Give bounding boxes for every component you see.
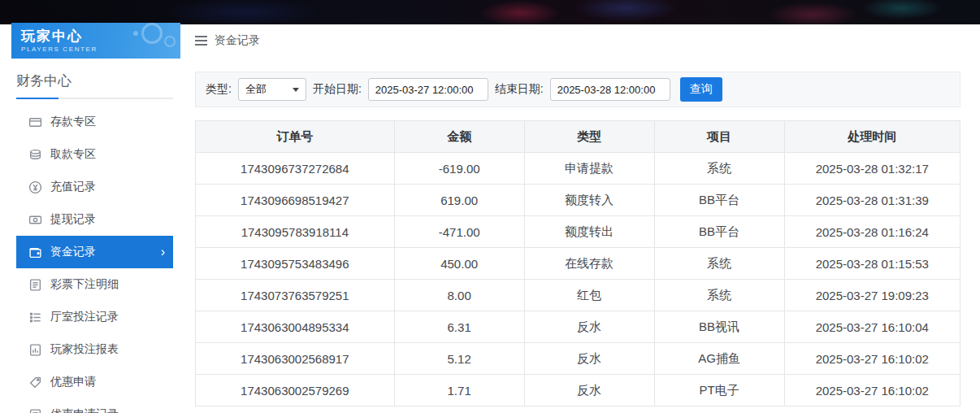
table-cell: 2025-03-28 01:16:24 bbox=[784, 216, 960, 248]
sidebar-item-hall-bet-records[interactable]: 厅室投注记录 bbox=[16, 301, 173, 333]
table-cell: BB平台 bbox=[654, 216, 784, 248]
sidebar-item-label: 优惠申请记录 bbox=[50, 407, 119, 413]
sidebar-menu: 存款专区取款专区充值记录提现记录资金记录›彩票下注明细厅室投注记录玩家投注报表优… bbox=[0, 106, 185, 413]
table-cell: 反水 bbox=[524, 375, 654, 406]
chevron-right-icon: › bbox=[161, 246, 165, 259]
table-body: 1743096737272684-619.00申请提款系统2025-03-28 … bbox=[196, 153, 960, 406]
decorative-dot-icon bbox=[133, 31, 138, 36]
column-header: 金额 bbox=[394, 121, 524, 153]
table-cell: 8.00 bbox=[394, 280, 524, 311]
sidebar-item-promo-apply-records[interactable]: 优惠申请记录 bbox=[16, 398, 173, 413]
table-row: 17430630048953346.31反水BB视讯2025-03-27 16:… bbox=[196, 311, 960, 343]
table-cell: 2025-03-27 16:10:02 bbox=[784, 375, 960, 406]
table-cell: 反水 bbox=[524, 311, 654, 343]
funds-icon bbox=[28, 246, 42, 259]
hall-icon bbox=[28, 311, 42, 324]
sidebar-section-title: 财务中心 bbox=[16, 72, 169, 98]
end-date-input[interactable] bbox=[550, 78, 670, 101]
table-cell: 在线存款 bbox=[524, 248, 654, 280]
deposit-icon bbox=[28, 115, 42, 129]
withdraw-icon bbox=[28, 148, 42, 162]
sidebar-item-lottery-bet-details[interactable]: 彩票下注明细 bbox=[16, 268, 173, 301]
table-cell: 2025-03-28 01:15:53 bbox=[784, 248, 960, 280]
cashout-icon bbox=[28, 213, 42, 227]
sidebar-subtitle: PLAYERS CENTER bbox=[21, 46, 171, 53]
table-row: 1743096698519427619.00额度转入BB平台2025-03-28… bbox=[196, 185, 960, 216]
table-cell: 2025-03-28 01:32:17 bbox=[784, 153, 960, 185]
sidebar-item-withdraw-zone[interactable]: 取款专区 bbox=[16, 138, 173, 171]
sidebar-item-label: 提现记录 bbox=[50, 212, 96, 227]
funds-table: 订单号金额类型项目处理时间 1743096737272684-619.00申请提… bbox=[195, 120, 960, 406]
hamburger-menu-icon[interactable] bbox=[195, 36, 207, 46]
sidebar-header: 玩家中心 PLAYERS CENTER bbox=[11, 23, 180, 59]
table-cell: BB平台 bbox=[654, 185, 784, 216]
table-cell: 619.00 bbox=[394, 185, 524, 216]
sidebar-item-fund-records[interactable]: 资金记录› bbox=[16, 236, 173, 268]
table-cell: 反水 bbox=[524, 343, 654, 375]
promo-icon bbox=[28, 376, 42, 389]
table-cell: 6.31 bbox=[394, 311, 524, 343]
column-header: 类型 bbox=[524, 121, 654, 153]
sidebar-item-label: 资金记录 bbox=[50, 245, 96, 259]
promo-record-icon bbox=[28, 408, 42, 413]
decorative-ring-icon bbox=[141, 23, 163, 44]
start-date-label: 开始日期: bbox=[313, 82, 362, 97]
sidebar-item-label: 优惠申请 bbox=[50, 375, 96, 389]
table-header-row: 订单号金额类型项目处理时间 bbox=[196, 121, 960, 153]
page-layout: 玩家中心 PLAYERS CENTER 财务中心 存款专区取款专区充值记录提现记… bbox=[0, 24, 980, 413]
search-button[interactable]: 查询 bbox=[680, 77, 722, 102]
table-row: 1743095783918114-471.00额度转出BB平台2025-03-2… bbox=[196, 216, 960, 248]
table-cell: 2025-03-27 16:10:02 bbox=[784, 343, 960, 375]
column-header: 订单号 bbox=[196, 121, 395, 153]
sidebar-item-label: 存款专区 bbox=[50, 115, 96, 129]
report-icon bbox=[28, 343, 42, 357]
table-cell: 5.12 bbox=[394, 343, 524, 375]
filter-bar: 类型: 全部 开始日期: 结束日期: 查询 bbox=[195, 72, 960, 107]
type-select-value: 全部 bbox=[245, 82, 267, 97]
sidebar: 玩家中心 PLAYERS CENTER 财务中心 存款专区取款专区充值记录提现记… bbox=[0, 24, 185, 413]
sidebar-item-promo-apply[interactable]: 优惠申请 bbox=[16, 366, 173, 398]
main-content: 资金记录 类型: 全部 开始日期: 结束日期: 查询 订单号金额类型项目处理时间… bbox=[185, 24, 980, 413]
table-cell: BB视讯 bbox=[654, 311, 784, 343]
table-cell: 1743063004895334 bbox=[196, 311, 395, 343]
sidebar-item-label: 充值记录 bbox=[50, 180, 96, 194]
table-cell: 1743095753483496 bbox=[196, 248, 395, 280]
chevron-down-icon bbox=[293, 88, 299, 92]
sidebar-item-deposit-zone[interactable]: 存款专区 bbox=[16, 106, 173, 138]
decorative-ring-icon bbox=[164, 36, 176, 47]
end-date-label: 结束日期: bbox=[495, 82, 544, 97]
table-cell: 2025-03-27 16:10:04 bbox=[784, 311, 960, 343]
sidebar-item-label: 厅室投注记录 bbox=[50, 310, 119, 324]
table-cell: 红包 bbox=[524, 280, 654, 311]
column-header: 项目 bbox=[654, 121, 784, 153]
table-row: 1743096737272684-619.00申请提款系统2025-03-28 … bbox=[196, 153, 960, 185]
table-row: 17430630025689175.12反水AG捕鱼2025-03-27 16:… bbox=[196, 343, 960, 375]
sidebar-item-recharge-records[interactable]: 充值记录 bbox=[16, 171, 173, 203]
type-filter-label: 类型: bbox=[206, 82, 232, 97]
top-banner bbox=[0, 0, 980, 24]
section-underline bbox=[16, 98, 173, 99]
table-cell: 1743095783918114 bbox=[196, 216, 395, 248]
table-row: 17430630025792691.71反水PT电子2025-03-27 16:… bbox=[196, 375, 960, 406]
table-row: 1743095753483496450.00在线存款系统2025-03-28 0… bbox=[196, 248, 960, 280]
table-cell: 1.71 bbox=[394, 375, 524, 406]
table-cell: 1743063002568917 bbox=[196, 343, 395, 375]
table-cell: 系统 bbox=[654, 248, 784, 280]
start-date-input[interactable] bbox=[368, 78, 488, 101]
table-cell: 2025-03-28 01:31:39 bbox=[784, 185, 960, 216]
table-cell: PT电子 bbox=[654, 375, 784, 406]
type-select[interactable]: 全部 bbox=[238, 78, 306, 101]
sidebar-item-cashout-records[interactable]: 提现记录 bbox=[16, 203, 173, 236]
table-cell: 2025-03-27 19:09:23 bbox=[784, 280, 960, 311]
sidebar-item-label: 玩家投注报表 bbox=[50, 342, 119, 357]
sidebar-item-label: 取款专区 bbox=[50, 147, 96, 162]
table-cell: AG捕鱼 bbox=[654, 343, 784, 375]
table-cell: 系统 bbox=[654, 280, 784, 311]
sidebar-item-player-bet-report[interactable]: 玩家投注报表 bbox=[16, 333, 173, 366]
table-cell: 系统 bbox=[654, 153, 784, 185]
table-cell: 额度转出 bbox=[524, 216, 654, 248]
table-cell: 450.00 bbox=[394, 248, 524, 280]
table-cell: 申请提款 bbox=[524, 153, 654, 185]
table-cell: -619.00 bbox=[394, 153, 524, 185]
sidebar-item-label: 彩票下注明细 bbox=[50, 277, 119, 292]
